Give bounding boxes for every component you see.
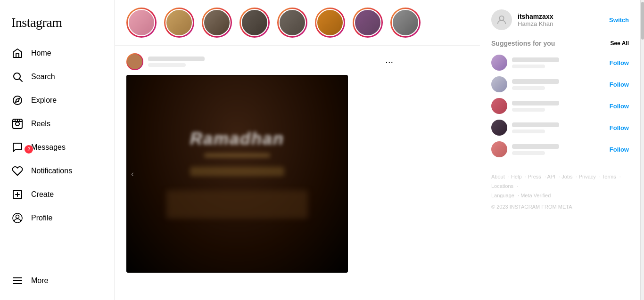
- suggestion-avatar: [491, 76, 507, 92]
- more-icon: [11, 275, 24, 287]
- messages-label: Messages: [31, 143, 66, 152]
- page-scrollbar[interactable]: [640, 0, 644, 300]
- user-avatar: [491, 9, 512, 30]
- explore-icon: [11, 94, 24, 106]
- footer-link-jobs[interactable]: Jobs: [561, 174, 572, 179]
- svg-point-14: [16, 215, 19, 219]
- footer-link-terms[interactable]: Terms: [602, 174, 616, 179]
- suggestion-name-blur: [512, 101, 559, 105]
- post-avatar: [126, 53, 143, 70]
- story-item[interactable]: [164, 8, 194, 38]
- post-prev-icon[interactable]: ‹: [131, 169, 134, 179]
- post-more-icon[interactable]: ···: [385, 57, 393, 67]
- notifications-icon: [11, 165, 24, 177]
- post-subline: [204, 154, 270, 157]
- suggestion-sub-blur: [512, 130, 545, 133]
- main-feed: ··· Ramadhan ‹: [115, 0, 480, 300]
- suggestion-sub-blur: [512, 108, 545, 112]
- messages-icon: 2: [11, 141, 24, 154]
- scrollbar-thumb: [641, 2, 644, 40]
- see-all-button[interactable]: See All: [610, 40, 629, 47]
- sidebar-item-more[interactable]: More: [6, 269, 109, 292]
- suggestion-sub-blur: [512, 65, 545, 68]
- suggestion-item: Follow: [491, 76, 629, 92]
- footer-link-locations[interactable]: Locations: [491, 183, 513, 189]
- messages-badge: 2: [25, 145, 33, 154]
- post-timestamp-blur: [148, 63, 186, 67]
- notifications-label: Notifications: [31, 167, 72, 175]
- profile-icon: [11, 212, 24, 224]
- footer-link-press[interactable]: Press: [528, 174, 541, 179]
- story-item[interactable]: [239, 8, 270, 38]
- sidebar-item-search[interactable]: Search: [6, 65, 109, 89]
- footer-link-privacy[interactable]: Privacy: [579, 174, 596, 179]
- post-bottom-area: [166, 190, 308, 219]
- follow-button-2[interactable]: Follow: [610, 81, 629, 88]
- home-label: Home: [31, 49, 51, 57]
- sidebar-item-messages[interactable]: 2 Messages: [6, 136, 109, 159]
- story-item[interactable]: [202, 8, 232, 38]
- suggestion-item: Follow: [491, 141, 629, 157]
- follow-button-3[interactable]: Follow: [610, 103, 629, 110]
- sidebar-item-profile[interactable]: Profile: [6, 206, 109, 230]
- follow-button-4[interactable]: Follow: [610, 124, 629, 131]
- follow-button-1[interactable]: Follow: [610, 59, 629, 66]
- suggestion-sub-blur: [512, 86, 545, 90]
- suggestion-avatar: [491, 55, 507, 71]
- suggestion-info: [512, 79, 605, 90]
- suggestions-header: Suggestions for you See All: [491, 40, 629, 47]
- post: ··· Ramadhan ‹: [115, 46, 405, 280]
- create-label: Create: [31, 190, 54, 199]
- footer-links: About · Help · Press · API · Jobs · Priv…: [491, 172, 629, 200]
- footer-link-about[interactable]: About: [491, 174, 505, 179]
- suggestion-avatar: [491, 120, 507, 136]
- footer-link-help[interactable]: Help: [511, 174, 522, 179]
- sidebar: Instagram Home Search Explore: [0, 0, 115, 300]
- sidebar-item-reels[interactable]: Reels: [6, 112, 109, 136]
- sidebar-item-explore[interactable]: Explore: [6, 89, 109, 112]
- story-item[interactable]: [353, 8, 383, 38]
- suggestion-sub-blur: [512, 151, 545, 155]
- follow-button-5[interactable]: Follow: [610, 146, 629, 153]
- reels-label: Reels: [31, 120, 50, 128]
- suggestion-info: [512, 122, 605, 133]
- profile-label: Profile: [31, 214, 52, 222]
- svg-point-18: [499, 16, 504, 20]
- suggestion-avatar: [491, 141, 507, 157]
- story-item[interactable]: [126, 8, 157, 38]
- suggestion-name-blur: [512, 57, 559, 62]
- username: itshamzaxx: [518, 13, 603, 20]
- sidebar-item-create[interactable]: Create: [6, 183, 109, 206]
- suggestion-item: Follow: [491, 120, 629, 136]
- suggestion-info: [512, 144, 605, 155]
- post-bottom-text: [190, 167, 284, 176]
- story-item[interactable]: [277, 8, 307, 38]
- user-section: itshamzaxx Hamza Khan Switch: [491, 9, 629, 30]
- stories-row: [115, 0, 480, 46]
- story-item[interactable]: [390, 8, 421, 38]
- footer-link-meta-verified[interactable]: Meta Verified: [520, 193, 551, 198]
- post-header: ···: [126, 53, 393, 70]
- suggestion-name-blur: [512, 122, 559, 127]
- svg-point-5: [16, 122, 19, 126]
- post-image: Ramadhan ‹: [126, 75, 348, 273]
- search-label: Search: [31, 73, 55, 81]
- suggestion-info: [512, 57, 605, 68]
- story-item[interactable]: [315, 8, 345, 38]
- display-name: Hamza Khan: [518, 20, 603, 27]
- footer-link-language[interactable]: Language: [491, 193, 514, 198]
- suggestion-name-blur: [512, 144, 559, 149]
- instagram-logo: Instagram: [6, 8, 109, 41]
- switch-button[interactable]: Switch: [609, 16, 629, 24]
- svg-line-1: [20, 79, 23, 82]
- post-text: Ramadhan: [190, 129, 284, 149]
- footer-link-api[interactable]: API: [547, 174, 555, 179]
- search-icon: [11, 71, 24, 83]
- create-icon: [11, 188, 24, 201]
- suggestion-info: [512, 101, 605, 112]
- sidebar-item-notifications[interactable]: Notifications: [6, 159, 109, 183]
- right-panel: itshamzaxx Hamza Khan Switch Suggestions…: [480, 0, 640, 300]
- reels-icon: [11, 118, 24, 130]
- footer-copyright: © 2023 INSTAGRAM FROM META: [491, 204, 629, 210]
- sidebar-item-home[interactable]: Home: [6, 41, 109, 65]
